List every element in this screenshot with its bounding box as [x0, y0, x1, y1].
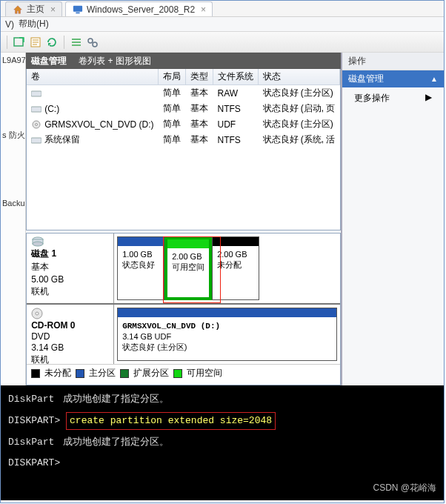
partition-box[interactable]: 1.00 GB状态良好 — [117, 236, 164, 300]
svg-rect-1 — [76, 12, 79, 13]
vm-tab-bar: 主页 × Windows_Server_2008_R2 × — [1, 1, 444, 17]
disc-icon — [31, 308, 109, 319]
close-icon[interactable]: × — [50, 4, 56, 15]
disk-cap: 5.00 GB — [31, 274, 109, 285]
disk-icon — [31, 236, 109, 247]
disk-row: 磁盘 1 基本 5.00 GB 联机 1.00 GB状态良好2.00 GB可用空… — [27, 233, 340, 305]
table-row[interactable]: GRMSXVOL_CN_DVD (D:)简单基本UDF状态良好 (主分区) — [27, 116, 339, 132]
header-sub: 卷列表 + 图形视图 — [79, 55, 151, 67]
settings-icon[interactable] — [87, 36, 99, 48]
tab-home-label: 主页 — [27, 3, 44, 16]
legend: 未分配 主分区 扩展分区 可用空间 — [27, 364, 340, 382]
console-text: 成功地创建了指定分区。 — [63, 394, 169, 405]
command-highlight: create partition extended size=2048 — [66, 412, 276, 430]
disk-kind: 基本 — [31, 261, 109, 273]
tab-vm-label: Windows_Server_2008_R2 — [87, 4, 195, 15]
volume-icon — [31, 136, 41, 145]
svg-rect-8 — [72, 42, 81, 43]
svg-rect-7 — [72, 39, 81, 40]
cd-label: GRMSXVOL_CN_DVD (D:) — [122, 322, 220, 331]
legend-unalloc: 未分配 — [44, 367, 71, 379]
close-icon[interactable]: × — [201, 4, 206, 15]
menu-help[interactable]: 帮助(H) — [19, 18, 49, 30]
console-text: DiskPart — [8, 394, 54, 405]
svg-rect-12 — [31, 91, 41, 96]
cd-line3: 状态良好 (主分区) — [122, 342, 187, 351]
volume-icon — [31, 120, 41, 129]
menu-bar: V) 帮助(H) — [1, 17, 444, 32]
tree-node[interactable]: L9A97EF — [2, 56, 24, 64]
volume-list-panel: 卷 布局 类型 文件系统 状态 简单基本RAW状态良好 (主分区)(C:)简单基… — [26, 69, 341, 231]
graphic-panel: 磁盘 1 基本 5.00 GB 联机 1.00 GB状态良好2.00 GB可用空… — [26, 233, 341, 385]
col-status[interactable]: 状态 — [259, 69, 340, 85]
disk-mgmt-header: 磁盘管理 卷列表 + 图形视图 — [26, 53, 341, 69]
table-row[interactable]: 系统保留简单基本NTFS状态良好 (系统, 活 — [27, 132, 339, 147]
prompt: DISKPART> — [8, 415, 60, 426]
disk-state: 联机 — [31, 285, 109, 298]
svg-rect-9 — [72, 44, 81, 46]
cdrom-info[interactable]: CD-ROM 0 DVD 3.14 GB 联机 — [27, 305, 114, 364]
chevron-up-icon[interactable]: ▲ — [430, 75, 438, 83]
partition-box[interactable]: 2.00 GB未分配 — [212, 236, 259, 300]
disk-title: 磁盘 1 — [31, 248, 109, 260]
menu-v[interactable]: V) — [5, 19, 14, 30]
properties-icon[interactable] — [30, 36, 41, 48]
svg-rect-2 — [14, 38, 23, 46]
volume-icon — [31, 89, 41, 98]
more-actions[interactable]: 更多操作 — [354, 93, 390, 103]
refresh-icon[interactable] — [46, 36, 58, 48]
svg-point-10 — [88, 39, 93, 43]
diskpart-console[interactable]: DiskPart 成功地创建了指定分区。 DISKPART> create pa… — [1, 385, 444, 500]
svg-point-19 — [33, 242, 43, 246]
volume-icon — [31, 105, 41, 113]
actions-blue: 磁盘管理 ▲ — [342, 70, 444, 87]
cdrom-partition[interactable]: GRMSXVOL_CN_DVD (D:) 3.14 GB UDF 状态良好 (主… — [117, 308, 337, 361]
header-title: 磁盘管理 — [31, 55, 67, 67]
prompt: DISKPART> — [8, 457, 60, 468]
partition-box[interactable]: 2.00 GB可用空间 — [164, 236, 212, 300]
mmc-toolbar — [1, 32, 444, 53]
left-tree: L9A97EF s 防火 Backup — [1, 53, 26, 385]
legend-free: 可用空间 — [187, 367, 222, 379]
console-text: DiskPart — [8, 437, 54, 448]
cdrom-kind: DVD — [31, 331, 109, 342]
col-vol[interactable]: 卷 — [27, 69, 158, 85]
chevron-right-icon: ▶ — [425, 92, 432, 102]
svg-rect-13 — [31, 107, 41, 112]
col-layout[interactable]: 布局 — [159, 69, 186, 85]
svg-point-15 — [36, 124, 38, 126]
actions-pane: 操作 磁盘管理 ▲ 更多操作 ▶ — [342, 53, 444, 385]
tab-home[interactable]: 主页 × — [5, 1, 62, 16]
disk-info[interactable]: 磁盘 1 基本 5.00 GB 联机 — [27, 233, 114, 303]
monitor-icon — [72, 4, 84, 16]
legend-primary: 主分区 — [89, 367, 116, 379]
actions-header: 操作 — [342, 53, 444, 70]
cdrom-title: CD-ROM 0 — [31, 320, 109, 331]
actions-blue-label: 磁盘管理 — [348, 73, 384, 85]
volume-table: 卷 布局 类型 文件系统 状态 简单基本RAW状态良好 (主分区)(C:)简单基… — [27, 69, 340, 147]
home-icon — [12, 4, 24, 16]
table-row[interactable]: 简单基本RAW状态良好 (主分区) — [27, 85, 339, 102]
tree-node[interactable]: s 防火 — [2, 130, 24, 141]
cdrom-cap: 3.14 GB — [31, 342, 109, 353]
col-fs[interactable]: 文件系统 — [213, 69, 259, 85]
legend-extended: 扩展分区 — [133, 367, 169, 379]
svg-point-21 — [36, 312, 39, 315]
cd-line2: 3.14 GB UDF — [122, 332, 171, 341]
list-icon[interactable] — [70, 36, 82, 48]
command-text: create partition extended size=2048 — [70, 415, 272, 426]
col-type[interactable]: 类型 — [186, 69, 213, 85]
svg-rect-0 — [73, 5, 82, 11]
svg-rect-16 — [31, 138, 41, 143]
svg-point-11 — [93, 42, 97, 47]
tab-vm[interactable]: Windows_Server_2008_R2 × — [65, 1, 213, 16]
new-window-icon[interactable] — [13, 36, 25, 48]
watermark: CSDN @花峪海 — [373, 480, 436, 496]
cdrom-row: CD-ROM 0 DVD 3.14 GB 联机 GRMSXVOL_CN_DVD … — [27, 305, 340, 364]
console-text: 成功地创建了指定分区。 — [63, 437, 169, 448]
table-row[interactable]: (C:)简单基本NTFS状态良好 (启动, 页 — [27, 101, 339, 116]
tree-node[interactable]: Backup — [2, 199, 24, 208]
